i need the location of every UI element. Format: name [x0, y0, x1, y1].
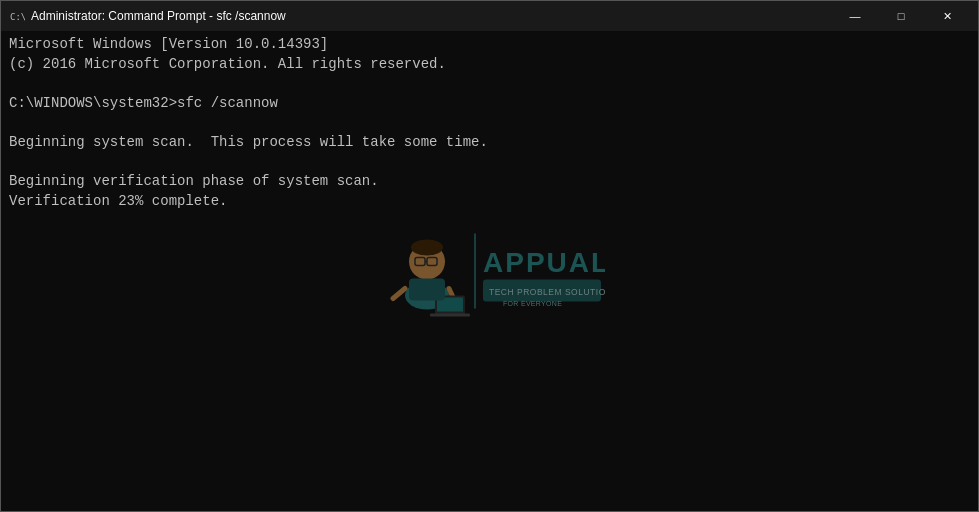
svg-point-7 — [411, 240, 443, 256]
watermark: APPUALS TECH PROBLEM SOLUTIONS FOR EVERY… — [375, 224, 605, 319]
close-button[interactable]: ✕ — [924, 1, 970, 31]
terminal-line: C:\WINDOWS\system32>sfc /scannow — [9, 94, 970, 114]
svg-rect-16 — [483, 280, 601, 302]
terminal-line: Beginning system scan. This process will… — [9, 133, 970, 153]
svg-line-9 — [449, 289, 455, 302]
window-icon: C:\ — [9, 8, 25, 24]
svg-rect-11 — [437, 298, 463, 312]
terminal-body[interactable]: Microsoft Windows [Version 10.0.14393](c… — [1, 31, 978, 511]
title-bar-text: Administrator: Command Prompt - sfc /sca… — [31, 9, 832, 23]
cmd-window: C:\ Administrator: Command Prompt - sfc … — [0, 0, 979, 512]
svg-rect-5 — [427, 258, 437, 266]
svg-point-3 — [409, 244, 445, 280]
svg-text:FOR EVERYONE: FOR EVERYONE — [503, 300, 562, 307]
svg-rect-12 — [430, 314, 470, 317]
title-bar-controls: — □ ✕ — [832, 1, 970, 31]
svg-rect-10 — [435, 296, 465, 316]
terminal-line — [9, 113, 970, 133]
svg-rect-4 — [415, 258, 425, 266]
svg-rect-13 — [409, 279, 445, 301]
terminal-line: (c) 2016 Microsoft Corporation. All righ… — [9, 55, 970, 75]
svg-point-2 — [405, 282, 449, 310]
svg-text:TECH PROBLEM SOLUTIONS: TECH PROBLEM SOLUTIONS — [489, 287, 605, 297]
minimize-button[interactable]: — — [832, 1, 878, 31]
svg-text:APPUALS: APPUALS — [483, 247, 605, 278]
terminal-output: Microsoft Windows [Version 10.0.14393](c… — [9, 35, 970, 211]
svg-text:C:\: C:\ — [10, 12, 25, 22]
terminal-line — [9, 74, 970, 94]
terminal-line — [9, 153, 970, 173]
maximize-button[interactable]: □ — [878, 1, 924, 31]
title-bar: C:\ Administrator: Command Prompt - sfc … — [1, 1, 978, 31]
svg-line-8 — [393, 289, 405, 299]
terminal-line: Verification 23% complete. — [9, 192, 970, 212]
terminal-line: Microsoft Windows [Version 10.0.14393] — [9, 35, 970, 55]
terminal-line: Beginning verification phase of system s… — [9, 172, 970, 192]
